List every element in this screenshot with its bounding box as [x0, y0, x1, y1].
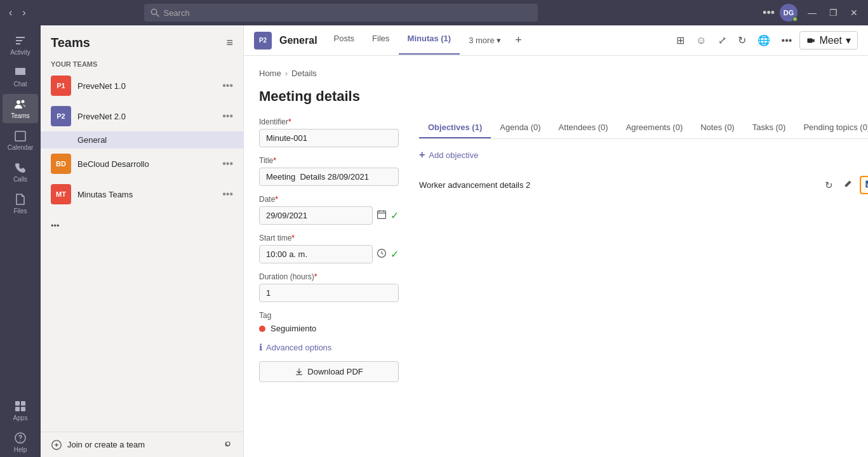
sidebar-item-help[interactable]: Help: [3, 428, 38, 457]
teams-panel: Teams ≡ Your teams P1 PreveNet 1.0 ••• P…: [41, 25, 244, 457]
minimize-button[interactable]: —: [803, 6, 822, 19]
clock-icon: [377, 248, 387, 258]
tab-posts[interactable]: Posts: [325, 26, 364, 55]
objectives-refresh-button[interactable]: ↻: [822, 176, 836, 194]
more-options-button[interactable]: •••: [763, 6, 775, 20]
team-more-becloud[interactable]: •••: [222, 158, 233, 169]
svg-rect-12: [808, 38, 813, 43]
form-section: Identifier* Title* Date*: [259, 117, 399, 382]
sidebar-item-apps[interactable]: Apps: [3, 396, 38, 425]
avatar[interactable]: DG: [780, 4, 798, 22]
sidebar-item-teams[interactable]: Teams: [3, 94, 38, 123]
join-create-team[interactable]: Join or create a team: [41, 432, 243, 457]
breadcrumb-home[interactable]: Home: [259, 69, 281, 78]
nav-forward-button[interactable]: ›: [18, 4, 29, 21]
svg-rect-5: [15, 401, 20, 406]
tab-notes[interactable]: Notes (0): [691, 117, 743, 138]
svg-point-0: [152, 9, 157, 14]
tab-minutas[interactable]: Minutas (1): [399, 26, 460, 55]
action-buttons: Download PDF: [259, 361, 399, 382]
sidebar-item-calls[interactable]: Calls: [3, 157, 38, 187]
add-objective-button[interactable]: + Add objective: [419, 149, 868, 161]
channel-more-button[interactable]: •••: [778, 32, 796, 49]
team-item-prevenet2[interactable]: P2 PreveNet 2.0 •••: [41, 101, 243, 131]
tab-pending-topics[interactable]: Pending topics (0): [794, 117, 868, 138]
team-more-prevenet1[interactable]: •••: [222, 80, 233, 91]
more-teams-button[interactable]: •••: [41, 215, 243, 237]
clock-icon-button[interactable]: [377, 248, 387, 261]
team-item-minutasteams[interactable]: MT Minutas Teams •••: [41, 179, 243, 209]
objective-text: Worker advancement details 2: [419, 180, 530, 190]
emoji-button[interactable]: ☺: [692, 32, 710, 49]
channel-header: P2 General Posts Files Minutas (1) 3 mor…: [244, 25, 868, 56]
title-input[interactable]: [259, 168, 399, 186]
tab-add-button[interactable]: +: [510, 26, 527, 55]
calendar-icon-button[interactable]: [377, 209, 387, 222]
teams-settings-button[interactable]: [223, 439, 233, 451]
identifier-input[interactable]: [259, 129, 399, 147]
sidebar-item-chat[interactable]: Chat: [3, 62, 38, 91]
team-more-minutasteams[interactable]: •••: [222, 189, 233, 200]
tab-attendees[interactable]: Attendees (0): [550, 117, 617, 138]
start-time-group: Start time* ✓: [259, 234, 399, 263]
meet-button[interactable]: Meet ▾: [799, 31, 858, 50]
tab-more[interactable]: 3 more ▾: [460, 26, 510, 55]
start-time-input[interactable]: [259, 245, 373, 263]
page-title: Meeting details: [259, 88, 853, 105]
teams-filter-button[interactable]: ≡: [226, 36, 233, 50]
top-bar-right: ••• DG — ❐ ✕: [763, 4, 863, 22]
join-team-icon: [51, 439, 62, 451]
search-input[interactable]: [163, 8, 531, 18]
maximize-button[interactable]: ❐: [824, 6, 843, 19]
word-export-button[interactable]: W: [860, 176, 868, 194]
nav-controls: ‹ ›: [5, 4, 30, 21]
join-team-label: Join or create a team: [67, 440, 145, 449]
expand-icon-button[interactable]: ⊞: [672, 32, 688, 49]
tag-label: Tag: [259, 311, 399, 320]
tab-agreements[interactable]: Agreements (0): [617, 117, 692, 138]
edit-objective-button[interactable]: [838, 176, 857, 194]
svg-point-10: [20, 440, 21, 442]
channel-item-general[interactable]: General: [41, 131, 243, 149]
tab-agenda[interactable]: Agenda (0): [491, 117, 549, 138]
duration-label: Duration (hours)*: [259, 272, 399, 281]
date-input[interactable]: [259, 206, 373, 225]
team-item-prevenet1[interactable]: P1 PreveNet 1.0 •••: [41, 70, 243, 101]
team-avatar-prevenet1: P1: [51, 76, 71, 96]
online-indicator: [792, 17, 798, 22]
team-avatar-prevenet2: P2: [51, 106, 71, 126]
breadcrumb-current: Details: [291, 69, 317, 78]
svg-point-3: [22, 100, 25, 103]
search-icon: [150, 8, 159, 17]
sidebar-item-files[interactable]: Files: [3, 189, 38, 218]
advanced-options[interactable]: ℹ Advanced options: [259, 342, 399, 352]
globe-button[interactable]: 🌐: [754, 32, 774, 49]
duration-input[interactable]: [259, 284, 399, 302]
channel-header-actions: ⊞ ☺ ⤢ ↻ 🌐 ••• Meet ▾: [672, 31, 858, 50]
download-icon: [295, 368, 304, 376]
refresh-channel-button[interactable]: ↻: [734, 32, 750, 49]
tab-files[interactable]: Files: [363, 26, 398, 55]
tab-objectives[interactable]: Objectives (1): [419, 117, 491, 138]
popout-button[interactable]: ⤢: [714, 32, 730, 49]
channel-tabs: Posts Files Minutas (1) 3 more ▾ +: [325, 26, 527, 55]
teams-title: Teams: [51, 36, 90, 50]
search-box[interactable]: [144, 4, 538, 22]
download-pdf-button[interactable]: Download PDF: [259, 361, 399, 382]
team-item-becloud[interactable]: BD BeCloud Desarrollo •••: [41, 149, 243, 179]
nav-back-button[interactable]: ‹: [5, 4, 16, 21]
sidebar-item-activity[interactable]: Activity: [3, 30, 38, 60]
tag-item: Seguimiento: [259, 324, 399, 333]
close-button[interactable]: ✕: [845, 6, 863, 19]
sidebar-item-calendar[interactable]: Calendar: [3, 126, 38, 155]
tab-tasks[interactable]: Tasks (0): [744, 117, 795, 138]
svg-rect-13: [378, 211, 386, 218]
plus-icon: +: [419, 149, 425, 161]
objective-actions: ↻ W: [822, 176, 868, 194]
channel-name-general: General: [77, 135, 107, 145]
channel-title: General: [279, 35, 317, 46]
team-more-prevenet2[interactable]: •••: [222, 110, 233, 122]
team-avatar-minutasteams: MT: [51, 184, 71, 204]
title-group: Title*: [259, 156, 399, 186]
objective-row: Worker advancement details 2 ↻: [419, 171, 868, 199]
